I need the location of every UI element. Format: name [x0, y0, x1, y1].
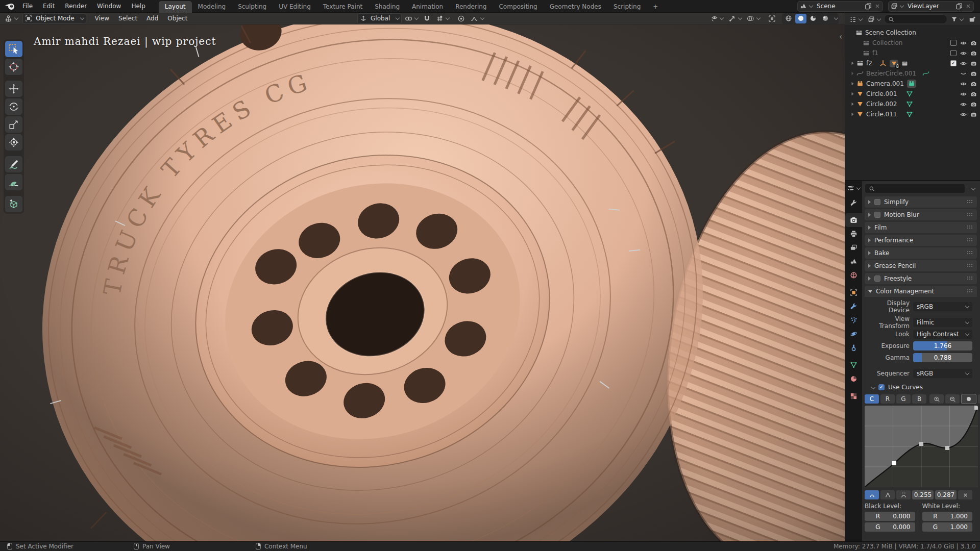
drag-dots-icon[interactable] [967, 276, 973, 281]
curve-editor[interactable] [865, 406, 978, 487]
tab-object[interactable] [845, 286, 862, 299]
display-mode-dropdown[interactable] [866, 14, 883, 24]
tab-material[interactable] [845, 372, 862, 386]
tool-measure[interactable] [5, 174, 22, 190]
curve-channel-b-button[interactable]: B [912, 394, 926, 404]
outliner-row-f2[interactable]: f2 8 ✓ [845, 58, 980, 68]
simplify-checkbox[interactable] [874, 199, 880, 205]
curve-channel-g-button[interactable]: G [896, 394, 911, 404]
viewlayer-selector[interactable]: ViewLayer [888, 1, 974, 12]
delete-point-button[interactable] [958, 490, 972, 499]
outliner-row-beziercircle[interactable]: BezierCircle.001 [845, 68, 980, 79]
snap-settings-dropdown[interactable] [434, 14, 451, 23]
curve-point-selected[interactable] [892, 461, 896, 465]
viewport-3d[interactable]: Object Mode View Select Add Object Globa… [0, 13, 845, 541]
workspace-tab-scripting[interactable]: Scripting [607, 1, 647, 13]
tool-add-cube[interactable] [5, 196, 22, 212]
hide-eye-icon[interactable] [960, 60, 967, 67]
new-viewlayer-icon[interactable] [955, 3, 963, 10]
workspace-tab-modeling[interactable]: Modeling [192, 1, 232, 13]
disable-render-camera-icon[interactable] [970, 50, 977, 57]
tool-transform[interactable] [5, 134, 22, 151]
hide-eye-icon[interactable] [960, 91, 967, 97]
drag-dots-icon[interactable] [967, 251, 973, 255]
tab-object-data[interactable] [845, 358, 862, 372]
white-level-r-field[interactable]: R1.000 [922, 512, 973, 521]
tab-constraints[interactable] [845, 341, 862, 355]
tab-physics[interactable] [845, 327, 862, 341]
outliner-row-camera001[interactable]: Camera.001 [845, 79, 980, 89]
curve-point-tool-button[interactable] [961, 394, 976, 404]
outliner-row-collection[interactable]: Collection [845, 38, 980, 48]
outliner-row-circle001[interactable]: Circle.001 [845, 89, 980, 99]
disable-render-camera-icon[interactable] [970, 101, 977, 108]
workspace-tab-uv-editing[interactable]: UV Editing [273, 1, 317, 13]
shading-dropdown-icon[interactable] [834, 16, 838, 20]
workspace-tab-geometry-nodes[interactable]: Geometry Nodes [544, 1, 607, 13]
curve-point[interactable] [974, 406, 978, 410]
menu-file[interactable]: File [17, 3, 38, 10]
editor-type-button[interactable] [845, 183, 862, 193]
shading-solid-button[interactable] [795, 14, 806, 23]
exclude-checkbox[interactable] [950, 50, 957, 56]
sidebar-collapse-arrow[interactable]: ‹ [839, 32, 842, 41]
drag-dots-icon[interactable] [967, 289, 973, 293]
use-curves-checkbox[interactable]: ✓ [878, 384, 885, 390]
mode-dropdown[interactable]: Object Mode [22, 13, 86, 24]
new-collection-button[interactable] [967, 14, 978, 24]
expand-arrow-icon[interactable] [849, 112, 855, 116]
disable-render-camera-icon[interactable] [970, 60, 977, 67]
transform-orientation-dropdown[interactable]: Global [357, 13, 402, 24]
drag-dots-icon[interactable] [967, 238, 973, 242]
panel-performance[interactable]: Performance [865, 235, 977, 246]
workspace-tab-layout[interactable]: Layout [159, 1, 192, 13]
panel-bake[interactable]: Bake [865, 247, 977, 259]
menu-help[interactable]: Help [126, 3, 150, 10]
freestyle-checkbox[interactable] [874, 276, 880, 282]
panel-film[interactable]: Film [865, 222, 977, 233]
shading-wireframe-button[interactable] [783, 14, 794, 23]
tool-rotate[interactable] [5, 98, 22, 115]
point-y-field[interactable]: 0.287 [935, 490, 957, 499]
viewlayer-name[interactable]: ViewLayer [903, 3, 955, 10]
disable-render-camera-icon[interactable] [970, 70, 977, 77]
point-x-field[interactable]: 0.255 [912, 490, 934, 499]
expand-arrow-icon[interactable] [849, 82, 855, 86]
tool-select-box[interactable] [5, 41, 22, 57]
tab-world[interactable] [845, 268, 862, 282]
outliner-row-circle002[interactable]: Circle.002 [845, 99, 980, 109]
handle-vector-button[interactable] [880, 490, 895, 499]
scene-name[interactable]: Scene [813, 3, 865, 10]
menu-render[interactable]: Render [60, 3, 92, 10]
drag-dots-icon[interactable] [967, 263, 973, 268]
tab-render[interactable] [845, 213, 862, 227]
workspace-tab-rendering[interactable]: Rendering [449, 1, 493, 13]
blender-logo-icon[interactable] [4, 2, 16, 11]
exclude-checkbox[interactable]: ✓ [950, 60, 957, 66]
tab-view-layer[interactable] [845, 241, 862, 255]
hide-eye-icon[interactable] [960, 111, 967, 118]
proportional-falloff-dropdown[interactable] [468, 14, 486, 23]
hide-eye-icon[interactable] [960, 40, 967, 46]
pivot-point-dropdown[interactable] [403, 14, 420, 23]
outliner-row-circle011[interactable]: Circle.011 [845, 109, 980, 119]
curve-point[interactable] [919, 442, 923, 446]
properties-search-input[interactable] [865, 184, 965, 193]
exclude-checkbox[interactable] [950, 40, 957, 46]
sequencer-select[interactable]: sRGB [913, 369, 972, 378]
look-select[interactable]: High Contrast [913, 330, 972, 339]
hide-eye-icon[interactable] [960, 50, 967, 57]
panel-color-management[interactable]: Color Management [865, 286, 977, 297]
shading-rendered-button[interactable] [820, 14, 831, 23]
remove-viewlayer-icon[interactable] [965, 3, 971, 9]
shading-material-button[interactable] [807, 14, 819, 23]
panel-freestyle[interactable]: Freestyle [865, 273, 977, 284]
tab-particles[interactable] [845, 313, 862, 327]
tool-move[interactable] [5, 81, 22, 97]
drag-dots-icon[interactable] [967, 225, 973, 230]
white-level-g-field[interactable]: G1.000 [922, 522, 973, 532]
black-level-r-field[interactable]: R0.000 [865, 512, 915, 521]
panel-motion-blur[interactable]: Motion Blur [865, 209, 977, 220]
tab-output[interactable] [845, 227, 862, 241]
tab-modifiers[interactable] [845, 299, 862, 313]
